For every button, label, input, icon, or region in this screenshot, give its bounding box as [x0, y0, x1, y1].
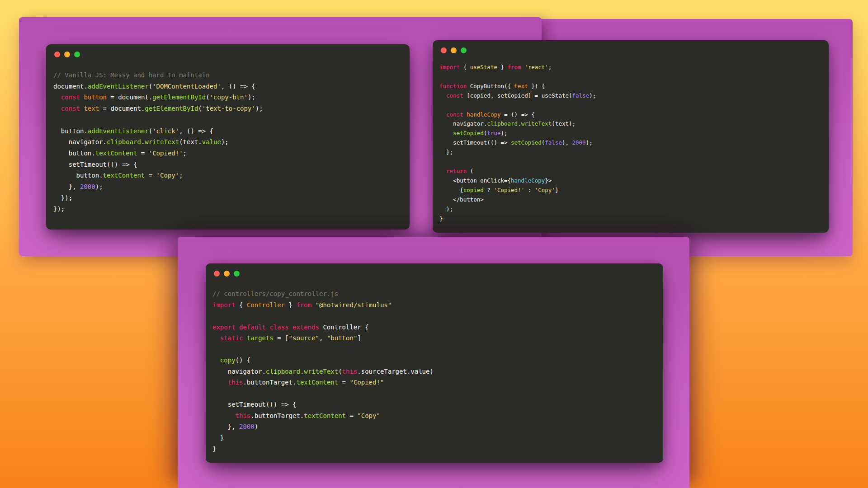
code-token: ; — [183, 150, 187, 157]
code-line: // controllers/copy_controller.js — [212, 288, 656, 300]
code-token: setTimeout(() => — [439, 139, 511, 146]
code-token: import — [212, 301, 236, 309]
code-token: { — [236, 301, 247, 309]
code-token: 'Copy' — [156, 172, 179, 179]
code-token: ( — [198, 105, 202, 112]
code-token: , — [319, 334, 327, 342]
code-token: this — [342, 368, 358, 375]
code-token: setTimeout(() => { — [53, 161, 137, 168]
code-token: 'react' — [524, 64, 548, 70]
desktop-background: // Vanilla JS: Messy and hard to maintai… — [0, 0, 868, 488]
code-token: { — [460, 64, 470, 70]
code-token: 'Copied!' — [494, 187, 524, 193]
code-line — [439, 101, 822, 110]
code-token: from — [508, 64, 521, 70]
code-token: clipboard — [107, 138, 141, 145]
code-token: navigator. — [53, 138, 107, 145]
code-line: button.textContent = 'Copy'; — [53, 170, 402, 181]
code-line: button.addEventListener('click', () => { — [53, 126, 402, 137]
code-line: navigator.clipboard.writeText(this.sourc… — [212, 366, 656, 377]
code-token: ( — [149, 83, 152, 90]
code-token: export default class extends — [212, 324, 319, 331]
code-token: <button onClick={ — [439, 177, 511, 184]
code-line: static targets = ["source", "button"] — [212, 333, 656, 344]
code-token: true — [487, 130, 500, 136]
code-token: "Copied!" — [349, 379, 384, 386]
code-token: from — [296, 301, 311, 309]
code-line: export default class extends Controller … — [212, 322, 656, 333]
code-token: ( — [206, 94, 209, 101]
code-token: 'copy-btn' — [210, 94, 248, 101]
code-token: = — [338, 379, 349, 386]
code-token: = [ — [274, 334, 289, 342]
code-token — [439, 92, 446, 99]
code-token: targets — [243, 334, 273, 342]
code-token: ); — [95, 183, 103, 190]
code-token: 'Copied!' — [149, 150, 183, 157]
code-token: writeText — [521, 120, 552, 127]
code-token: ); — [221, 138, 229, 145]
code-line: ); — [439, 205, 822, 214]
code-token: textContent — [296, 379, 338, 386]
code-token: const — [61, 105, 80, 112]
code-token: .sourceTarget.value) — [357, 368, 434, 375]
code-token: () { — [236, 357, 251, 364]
code-token: = — [137, 150, 148, 157]
code-line: import { useState } from 'react'; — [439, 63, 822, 72]
code-token: ); — [248, 94, 255, 101]
code-line: }); — [53, 192, 402, 204]
code-editor-content: // controllers/copy_controller.jsimport … — [206, 263, 663, 463]
code-token: ( — [338, 368, 342, 375]
code-token: button. — [53, 172, 103, 179]
code-line — [212, 310, 656, 322]
code-token: document. — [53, 83, 88, 90]
code-token: navigator. — [212, 368, 266, 375]
code-token: }); — [53, 205, 65, 212]
code-token: ); — [589, 92, 596, 99]
code-token: = document. — [99, 105, 145, 112]
code-token: setCopied — [453, 130, 484, 136]
code-line: function CopyButton({ text }) { — [439, 82, 822, 91]
code-token: const — [446, 92, 463, 99]
code-token: getElementById — [145, 105, 198, 112]
code-line: setCopied(true); — [439, 129, 822, 138]
code-line: setTimeout(() => setCopied(false), 2000)… — [439, 138, 822, 148]
code-token: false — [572, 92, 590, 99]
code-token: static — [220, 334, 243, 342]
code-token: import — [439, 64, 460, 70]
code-token: : — [524, 187, 535, 193]
code-token: value — [202, 138, 221, 145]
code-token: "@hotwired/stimulus" — [316, 301, 392, 309]
code-token: .buttonTarget. — [250, 412, 304, 419]
code-line: }; — [439, 148, 822, 157]
code-token: ? — [484, 187, 494, 193]
code-line — [212, 344, 656, 355]
code-token: textContent — [304, 412, 346, 419]
code-token: [copied, setCopied] = useState( — [463, 92, 572, 99]
code-line — [53, 114, 402, 126]
code-token: ); — [586, 139, 593, 146]
code-token: const — [61, 94, 80, 101]
code-line: } — [439, 214, 822, 224]
code-line: setTimeout(() => { — [53, 159, 402, 170]
code-token: text — [514, 83, 528, 89]
code-line: } — [212, 443, 656, 455]
code-token: copied — [463, 187, 484, 193]
code-token: textContent — [103, 172, 145, 179]
code-token: ); — [500, 130, 507, 136]
code-token: . — [518, 120, 521, 127]
code-token: }, — [53, 183, 80, 190]
code-line: navigator.clipboard.writeText(text); — [439, 119, 822, 129]
code-token: }; — [439, 149, 453, 155]
code-token: } — [212, 445, 216, 452]
code-token: addEventListener — [88, 83, 149, 90]
code-line: const button = document.getElementById('… — [53, 92, 402, 103]
code-token: this — [236, 412, 251, 419]
code-token: button. — [53, 150, 95, 157]
code-token: } — [439, 215, 443, 222]
code-editor-content: import { useState } from 'react'; functi… — [433, 40, 829, 233]
code-token: text — [80, 105, 99, 112]
code-line: <button onClick={handleCopy}> — [439, 176, 822, 186]
code-token: navigator. — [439, 120, 487, 127]
code-token: clipboard — [266, 368, 300, 375]
